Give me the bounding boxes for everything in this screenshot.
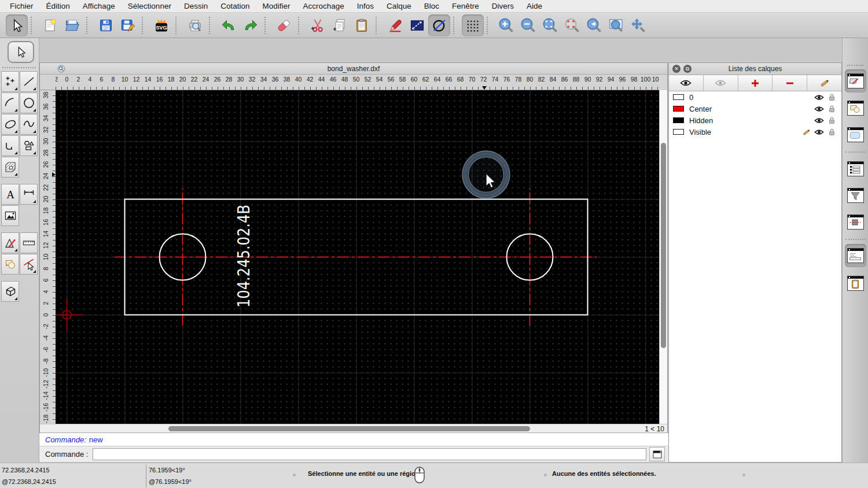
layer-row[interactable]: Visible [669,126,841,138]
layer-lock-toggle[interactable] [825,94,838,101]
order-tool-button[interactable] [1,254,19,275]
solid-3d-tool-button[interactable] [1,281,19,302]
paste-button[interactable] [351,14,373,36]
line-tool-button[interactable] [20,71,38,92]
menu-item[interactable]: Accrochage [296,2,350,10]
menu-item[interactable]: Infos [351,2,380,10]
menu-item[interactable]: Affichage [76,2,122,10]
undo-button[interactable] [218,14,240,36]
eye-icon[interactable] [814,94,824,101]
text-tool-button[interactable]: A [1,184,19,205]
dock-selection-filter-button[interactable] [845,184,866,207]
horizontal-scrollbar[interactable]: 1 < 10 [40,424,667,433]
copy-button[interactable] [329,14,351,36]
arc-tool-button[interactable] [1,93,19,113]
menu-item[interactable]: Dessin [178,2,214,10]
layer-lock-toggle[interactable] [825,105,838,113]
eye-icon[interactable] [814,129,824,135]
layer-visibility-toggle[interactable] [812,94,825,101]
select-arrow-button[interactable] [6,14,28,36]
line-options-button[interactable] [406,14,428,36]
open-file-button[interactable] [61,14,83,36]
lock-icon[interactable] [829,117,835,124]
menu-item[interactable]: Fichier [3,2,40,10]
spline-tool-button[interactable] [20,114,38,135]
print-preview-button[interactable] [184,14,206,36]
document-titlebar[interactable]: bond_washer.dxf [40,63,667,75]
dock-clipboard-button[interactable] [845,272,866,295]
lock-icon[interactable] [829,94,835,101]
edit-layer-button[interactable] [807,75,841,91]
vertical-scrollbar[interactable] [659,90,667,424]
menu-item[interactable]: Sélectionner [122,2,178,10]
zoom-auto-button[interactable] [539,14,561,36]
close-icon[interactable]: ✕ [672,65,681,73]
zoom-out-button[interactable] [517,14,539,36]
lock-icon[interactable] [829,105,835,113]
dock-command-options-button[interactable] [845,210,866,234]
command-input[interactable] [93,448,646,460]
dock-layer-list-button[interactable] [845,69,866,93]
menu-item[interactable]: Modifier [256,2,296,10]
drawing-canvas[interactable]: 104.245.02.4B [56,90,659,424]
polyline-tool-button[interactable] [1,135,19,156]
measure-tool-button[interactable] [20,232,38,253]
dock-block-list-button[interactable] [845,97,866,120]
points-tool-button[interactable] [1,71,19,92]
zoom-window-button[interactable] [605,14,627,36]
dock-entity-list-button[interactable] [845,157,866,180]
add-layer-button[interactable] [738,75,773,91]
delete-select-tool-button[interactable] [20,254,38,275]
redo-button[interactable] [240,14,262,36]
layer-row[interactable]: Center [669,103,841,114]
vertical-scroll-thumb[interactable] [661,143,666,348]
grid-toggle-button[interactable] [462,14,484,36]
hatch-tool-button[interactable] [1,157,19,178]
layer-visibility-toggle[interactable] [812,106,825,112]
layer-lock-toggle[interactable] [825,128,838,136]
detach-icon[interactable]: ⧉ [683,65,692,73]
layer-row[interactable]: 0 [669,91,841,103]
menu-item[interactable]: Divers [486,2,520,10]
command-window-button[interactable] [649,447,665,461]
menu-item[interactable]: Bloc [418,2,446,10]
save-as-button[interactable] [117,14,139,36]
pan-button[interactable] [627,14,649,36]
zoom-selection-button[interactable] [561,14,583,36]
layer-visibility-toggle[interactable] [812,129,825,135]
eye-icon[interactable] [814,106,824,112]
draw-pen-button[interactable] [384,14,406,36]
circle-slash-button[interactable] [428,14,450,36]
image-tool-button[interactable] [1,205,19,226]
layer-row[interactable]: Hidden [669,114,841,126]
show-all-layers-button[interactable] [669,75,704,91]
eye-icon[interactable] [814,117,824,124]
svg-export-button[interactable]: SVG [150,14,172,36]
layer-lock-toggle[interactable] [825,117,838,124]
polygon-tool-button[interactable] [20,135,38,156]
palette-select-button[interactable] [8,41,34,63]
menu-item[interactable]: Aide [520,2,549,10]
lock-icon[interactable] [829,128,835,136]
zoom-previous-button[interactable] [583,14,605,36]
dimension-tool-button[interactable] [20,184,38,205]
ellipse-tool-button[interactable] [1,114,19,135]
save-button[interactable] [95,14,117,36]
circle-tool-button[interactable] [20,93,38,113]
new-file-button[interactable] [39,14,61,36]
hide-all-layers-button[interactable] [704,75,738,91]
zoom-in-button[interactable] [495,14,517,36]
cut-button[interactable] [307,14,329,36]
dock-command-widget-button[interactable] [845,244,866,267]
menu-item[interactable]: Fenêtre [446,2,486,10]
horizontal-scroll-thumb[interactable] [168,426,530,431]
menu-item[interactable]: Cotation [214,2,256,10]
layer-visibility-toggle[interactable] [812,117,825,124]
dock-library-browser-button[interactable] [845,123,866,146]
pencil-icon[interactable] [802,128,811,136]
menu-item[interactable]: Édition [40,2,76,10]
menu-item[interactable]: Calque [380,2,418,10]
eraser-button[interactable] [273,14,295,36]
remove-layer-button[interactable] [773,75,807,91]
modify-tool-button[interactable] [1,232,19,253]
